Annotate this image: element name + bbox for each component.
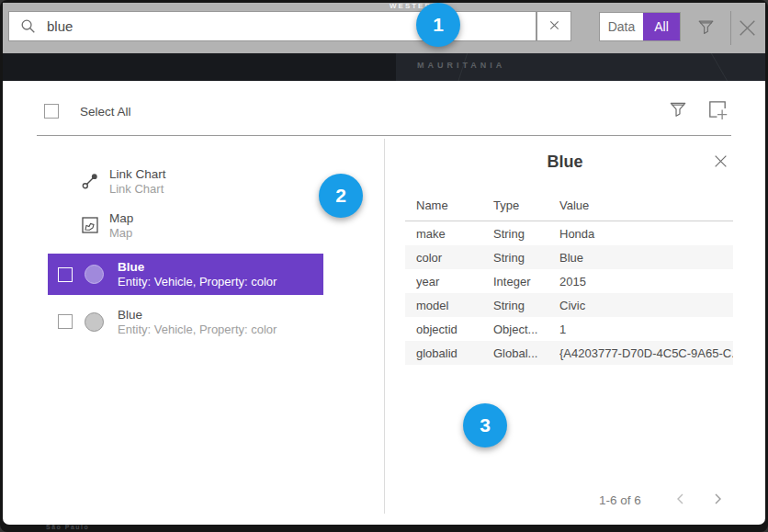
cell-value: 1 [559,323,733,336]
result-row-blue-selected[interactable]: Blue Entity: Vehicle, Property: color [48,254,323,295]
entity-circle-icon [85,265,104,284]
cell-value: {A4203777-D70D-4C5C-9A65-C... [559,346,733,360]
result-title: Link Chart [109,166,166,182]
clear-x-icon [548,19,560,34]
cell-value: Blue [559,251,733,265]
result-subtitle: Entity: Vehicle, Property: color [118,275,277,289]
cell-type: Object... [493,323,559,336]
select-all-checkbox[interactable] [44,104,59,119]
callout-badge-1: 1 [416,3,460,47]
map-icon [81,217,99,233]
pagination-range-label: 1-6 of 6 [599,493,641,507]
close-x-icon [713,153,728,172]
search-filter-button[interactable] [695,17,717,40]
toolbar-divider [730,11,731,45]
pagination: 1-6 of 6 [599,492,750,507]
results-filter-button[interactable] [666,99,689,122]
table-row: objectid Object... 1 [405,317,733,341]
result-row-map[interactable]: Map Map [81,208,133,243]
cell-type: Global... [493,346,559,360]
details-close-button[interactable] [710,153,730,173]
cell-value: Civic [559,299,733,312]
data-all-toggle: Data All [599,12,681,41]
result-text: Map Map [109,210,133,241]
column-header-name: Name [416,198,493,212]
details-title: Blue [398,153,732,172]
table-header: Name Type Value [405,198,733,221]
header-divider [37,135,731,136]
cell-value: 2015 [559,275,733,289]
cell-type: Integer [493,275,559,289]
cell-name: make [416,227,493,241]
add-selection-button[interactable] [706,98,729,122]
attributes-table: Name Type Value make String Honda color … [405,198,733,365]
result-checkbox[interactable] [58,314,73,329]
column-header-value: Value [559,198,733,212]
clear-search-button[interactable] [536,11,571,41]
result-subtitle: Link Chart [109,182,166,197]
callout-badge-3: 3 [463,403,507,447]
list-details-divider [384,139,385,514]
pagination-previous-button[interactable] [674,492,687,507]
cell-name: model [416,299,493,312]
cell-name: objectid [416,323,493,336]
search-input[interactable] [45,17,536,35]
result-title: Map [109,210,133,226]
table-row: color String Blue [405,245,733,269]
cell-name: year [416,275,493,289]
cell-type: String [493,299,559,312]
column-header-type: Type [493,198,559,212]
table-row: model String Civic [405,293,733,317]
cell-type: String [493,227,559,241]
add-box-plus-icon [706,98,728,123]
toggle-option-all[interactable]: All [643,13,680,40]
toggle-option-data[interactable]: Data [600,13,643,40]
entity-circle-icon [85,312,104,332]
chevron-left-icon [675,492,685,508]
result-text: Blue Entity: Vehicle, Property: color [118,307,277,337]
close-x-icon [735,16,760,43]
map-label-mauritania: MAURITANIA [417,61,505,70]
close-search-button[interactable] [735,17,760,41]
table-row: make String Honda [405,221,733,245]
chevron-right-icon [713,492,723,508]
result-subtitle: Map [109,226,133,241]
search-results-panel: Select All Link Chart Link Chart [3,81,765,525]
result-title: Blue [118,259,277,275]
link-chart-icon [81,172,99,190]
search-icon [20,18,36,34]
callout-badge-2: 2 [319,174,363,218]
map-label-sao-paulo: São Paulo [46,524,89,530]
result-title: Blue [118,307,277,323]
search-toolbar: WESTER Data All [3,3,765,53]
result-row-link-chart[interactable]: Link Chart Link Chart [81,164,166,198]
result-subtitle: Entity: Vehicle, Property: color [118,323,277,337]
cell-name: color [416,251,493,265]
filter-funnel-icon [696,17,716,40]
cell-value: Honda [559,227,733,241]
result-checkbox[interactable] [58,267,73,282]
cell-name: globalid [416,346,493,360]
result-text: Blue Entity: Vehicle, Property: color [118,259,277,289]
cell-type: String [493,251,559,265]
filter-funnel-icon [668,99,688,122]
app-window: WESTER Data All [0,0,768,532]
pagination-next-button[interactable] [712,492,725,507]
select-all-label: Select All [80,105,131,119]
table-row: year Integer 2015 [405,269,733,293]
result-text: Link Chart Link Chart [109,166,166,197]
map-background: MAURITANIA [3,53,765,81]
table-row: globalid Global... {A4203777-D70D-4C5C-9… [405,341,733,365]
result-row-blue[interactable]: Blue Entity: Vehicle, Property: color [48,301,323,342]
